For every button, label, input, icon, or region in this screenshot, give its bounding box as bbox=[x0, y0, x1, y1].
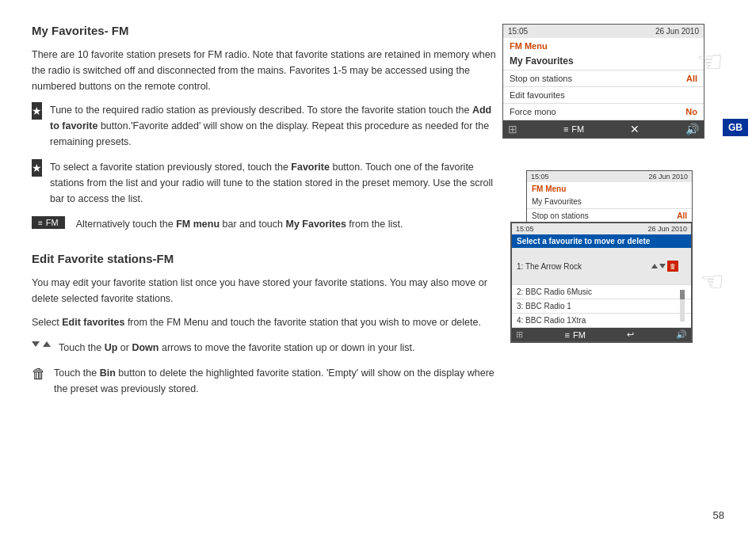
screen2-back-header: 15:05 26 Jun 2010 bbox=[527, 171, 692, 182]
station1-up-arrow bbox=[651, 264, 658, 268]
screen1-fm-label: ≡ FM bbox=[563, 124, 584, 134]
arrow-down-icon bbox=[32, 341, 40, 347]
overlay-station3-label: 3: BBC Radio 1 bbox=[517, 302, 571, 310]
screen1-menu-title: FM Menu bbox=[503, 38, 704, 52]
overlay-station2-label: 2: BBC Radio 6Music bbox=[517, 287, 592, 296]
screen1-item2-value: All bbox=[686, 74, 697, 83]
station1-delete-btn: 🗑 bbox=[667, 261, 678, 272]
overlay-time: 15:05 bbox=[516, 225, 534, 233]
screen2-container: 15:05 26 Jun 2010 FM Menu My Favourites … bbox=[502, 170, 724, 376]
screen1-item1: My Favourites bbox=[503, 52, 704, 70]
screen1-grid-icon: ⊞ bbox=[508, 123, 517, 135]
bin-icon: 🗑 bbox=[32, 366, 46, 383]
screen2-back-menu-title: FM Menu bbox=[527, 182, 692, 195]
instruction-text-1: Tune to the required radio station as pr… bbox=[50, 102, 499, 150]
instruction-block-4: Touch the Up or Down arrows to move the … bbox=[32, 340, 499, 356]
screen1-header: 15:05 26 Jun 2010 bbox=[503, 25, 704, 38]
screen1-close-icon: ✕ bbox=[630, 123, 640, 135]
instruction-block-5: 🗑 Touch the Bin button to delete the hig… bbox=[32, 365, 499, 397]
overlay-fm-label: ≡ FM bbox=[565, 330, 586, 340]
overlay-station2: 2: BBC Radio 6Music bbox=[512, 285, 691, 299]
screen1-volume-icon: 🔊 bbox=[685, 123, 699, 135]
gb-badge: GB bbox=[723, 119, 748, 136]
overlay-bottom: ⊞ ≡ FM ↩ 🔊 bbox=[512, 328, 691, 341]
arrow-up-icon bbox=[43, 341, 51, 347]
hand-cursor-1: ☞ bbox=[697, 44, 724, 79]
overlay-undo-icon: ↩ bbox=[627, 329, 634, 340]
content-area: My Favorites- FM There are 10 favorite s… bbox=[32, 24, 499, 406]
screen1-item2: Stop on stations All bbox=[503, 70, 704, 87]
screen1-menu-icon: ≡ bbox=[563, 124, 568, 134]
screen1-bottom: ⊞ ≡ FM ✕ 🔊 bbox=[503, 120, 704, 138]
section2-intro: You may edit your favorite station list … bbox=[32, 275, 499, 306]
overlay-station1: 1: The Arrow Rock 🗑 bbox=[512, 248, 691, 285]
overlay-grid-icon: ⊞ bbox=[516, 329, 523, 340]
radio-screen-1: 15:05 26 Jun 2010 FM Menu My Favourites … bbox=[502, 24, 704, 139]
overlay-header: 15:05 26 Jun 2010 bbox=[512, 223, 691, 234]
screen2-back-date: 26 Jun 2010 bbox=[648, 173, 688, 181]
instruction-text-3: Alternatively touch the FM menu bar and … bbox=[76, 216, 403, 232]
screen1-time: 15:05 bbox=[508, 27, 528, 36]
screen2-back-time: 15:05 bbox=[531, 173, 549, 181]
screen1-item3: Edit favourites bbox=[503, 87, 704, 104]
instruction-block-1: ★ Tune to the required radio station as … bbox=[32, 102, 499, 150]
radio-screen-2-overlay: 15:05 26 Jun 2010 Select a favourite to … bbox=[510, 222, 693, 343]
overlay-date: 26 Jun 2010 bbox=[647, 225, 687, 233]
instruction-text-4: Touch the Up or Down arrows to move the … bbox=[59, 340, 415, 356]
section2-select-text: Select Edit favorites from the FM Menu a… bbox=[32, 314, 499, 330]
section1-intro: There are 10 favorite station presets fo… bbox=[32, 47, 499, 94]
overlay-volume-icon: 🔊 bbox=[676, 329, 687, 340]
instruction-text-5: Touch the Bin button to delete the highl… bbox=[54, 365, 499, 397]
page-number: 58 bbox=[713, 509, 724, 521]
overlay-station4-label: 4: BBC Radio 1Xtra bbox=[517, 316, 586, 325]
screen1-item4: Force mono No bbox=[503, 104, 704, 120]
fm-menu-bar: ≡ FM bbox=[32, 216, 65, 229]
fm-menu-label: FM bbox=[46, 218, 59, 227]
hand-cursor-2: ☞ bbox=[701, 265, 724, 297]
instruction-text-2: To select a favorite station previously … bbox=[50, 159, 499, 207]
instruction-block-2: ★ To select a favorite station previousl… bbox=[32, 159, 499, 207]
overlay-station3: 3: BBC Radio 1 bbox=[512, 299, 691, 314]
star-icon-1: ★ bbox=[32, 102, 42, 120]
section2-title: Edit Favorite stations-FM bbox=[32, 252, 499, 265]
right-panel: 15:05 26 Jun 2010 FM Menu My Favourites … bbox=[502, 24, 724, 376]
screen1-item4-value: No bbox=[685, 107, 697, 116]
fm-menu-icon: ≡ bbox=[38, 219, 43, 227]
screen2-back-item1: My Favourites bbox=[527, 195, 692, 209]
screen1-date: 26 Jun 2010 bbox=[655, 27, 699, 36]
overlay-select-title: Select a favourite to move or delete bbox=[512, 234, 691, 248]
section1-title: My Favorites- FM bbox=[32, 24, 499, 37]
instruction-block-3: ≡ FM Alternatively touch the FM menu bar… bbox=[32, 216, 499, 232]
overlay-station1-label: 1: The Arrow Rock bbox=[517, 262, 582, 271]
star-icon-2: ★ bbox=[32, 159, 42, 177]
overlay-station4: 4: BBC Radio 1Xtra bbox=[512, 314, 691, 328]
station1-controls: 🗑 bbox=[651, 250, 686, 282]
station1-down-arrow bbox=[659, 264, 666, 268]
